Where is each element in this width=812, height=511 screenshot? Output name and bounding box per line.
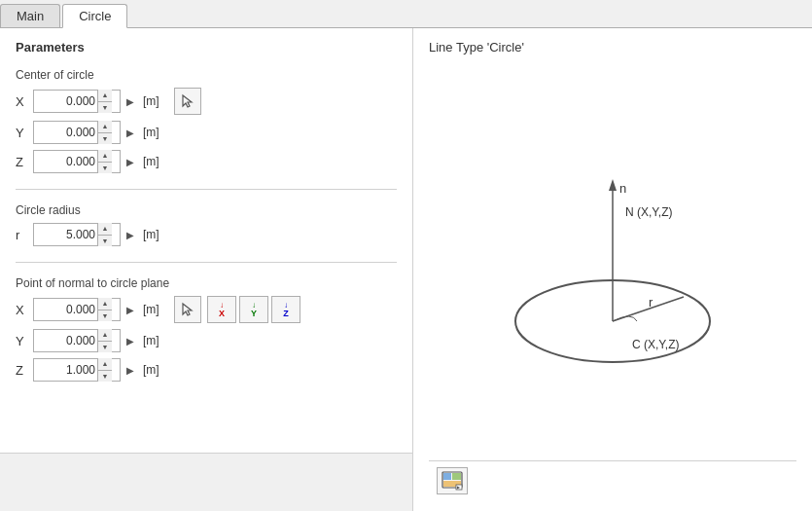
center-y-unit: [m] [143, 126, 168, 139]
center-x-unit: [m] [143, 94, 168, 108]
normal-x-down[interactable]: ▼ [98, 310, 112, 321]
normal-y-down[interactable]: ▼ [98, 341, 112, 352]
normal-x-input-wrap: ▲ ▼ [33, 298, 121, 321]
center-z-down[interactable]: ▼ [98, 162, 112, 173]
diagram-title: Line Type 'Circle' [429, 40, 796, 55]
svg-rect-9 [443, 473, 451, 480]
center-z-arrow[interactable]: ▶ [122, 150, 139, 173]
svg-text:r: r [649, 295, 653, 310]
center-pick-btn[interactable] [174, 88, 201, 115]
parameters-title: Parameters [16, 40, 397, 55]
center-x-input-wrap: ▲ ▼ [33, 90, 121, 113]
center-z-input-wrap: ▲ ▼ [33, 150, 121, 173]
main-content: Parameters Center of circle X ▲ ▼ ▶ [m] [0, 28, 812, 511]
divider-2 [16, 262, 397, 263]
radius-arrow[interactable]: ▶ [122, 223, 139, 246]
left-panel-bottom-bar [0, 453, 412, 511]
normal-y-label: Y [16, 334, 33, 348]
circle-diagram: n N (X,Y,Z) r C (X,Y,Z) [462, 107, 763, 419]
normal-z-unit: [m] [143, 363, 168, 377]
normal-x-arrow[interactable]: ▶ [122, 298, 139, 321]
center-x-input[interactable] [34, 94, 97, 108]
center-x-spin: ▲ ▼ [97, 90, 112, 113]
normal-y-unit: [m] [143, 334, 168, 347]
radius-label: Circle radius [16, 203, 397, 217]
normal-y-up[interactable]: ▲ [98, 329, 112, 341]
normal-axis-btns: ↓ X ↓ Y ↓ Z [207, 296, 300, 323]
normal-z-label: Z [16, 363, 33, 378]
radius-input[interactable] [34, 228, 97, 241]
center-y-up[interactable]: ▲ [98, 121, 112, 132]
divider-1 [16, 189, 397, 190]
center-y-input[interactable] [34, 126, 97, 139]
normal-x-input[interactable] [34, 303, 97, 316]
normal-down-y-btn[interactable]: ↓ Y [239, 296, 268, 323]
normal-y-arrow[interactable]: ▶ [122, 329, 139, 352]
normal-x-up[interactable]: ▲ [98, 298, 112, 310]
center-y-down[interactable]: ▼ [98, 132, 112, 144]
normal-z-arrow[interactable]: ▶ [122, 358, 139, 382]
normal-down-z-btn[interactable]: ↓ Z [271, 296, 300, 323]
center-z-spin: ▲ ▼ [97, 150, 112, 173]
center-y-spin: ▲ ▼ [97, 121, 112, 144]
center-label: Center of circle [16, 68, 397, 82]
svg-rect-10 [452, 473, 461, 480]
normal-z-spin: ▲ ▼ [97, 358, 112, 382]
center-y-row: Y ▲ ▼ ▶ [m] [16, 121, 397, 144]
right-panel: Line Type 'Circle' n N (X,Y,Z) r [413, 28, 812, 511]
radius-up[interactable]: ▲ [98, 223, 112, 235]
center-z-unit: [m] [143, 155, 168, 168]
normal-x-spin: ▲ ▼ [97, 298, 112, 321]
center-z-row: Z ▲ ▼ ▶ [m] [16, 150, 397, 173]
radius-down[interactable]: ▼ [98, 235, 112, 246]
diagram-area: n N (X,Y,Z) r C (X,Y,Z) [429, 64, 796, 460]
center-z-up[interactable]: ▲ [98, 150, 112, 162]
normal-z-input-wrap: ▲ ▼ [33, 358, 121, 382]
normal-x-label: X [16, 303, 33, 317]
radius-unit: [m] [143, 228, 168, 241]
radius-spin: ▲ ▼ [97, 223, 112, 246]
cursor-icon [180, 93, 195, 109]
svg-marker-2 [609, 179, 617, 191]
export-image-btn[interactable]: ▶ [437, 467, 468, 494]
radius-r-label: r [16, 228, 33, 242]
center-z-label: Z [16, 155, 33, 169]
bottom-icon-bar: ▶ [429, 460, 796, 499]
normal-down-x-btn[interactable]: ↓ X [207, 296, 236, 323]
center-x-row: X ▲ ▼ ▶ [m] [16, 88, 397, 115]
svg-text:N (X,Y,Z): N (X,Y,Z) [625, 205, 672, 219]
tab-circle[interactable]: Circle [62, 4, 127, 28]
center-x-down[interactable]: ▼ [98, 101, 112, 113]
center-y-arrow[interactable]: ▶ [122, 121, 139, 144]
normal-z-input[interactable] [34, 363, 97, 377]
normal-x-row: X ▲ ▼ ▶ [m] ↓ X [16, 296, 397, 323]
normal-z-up[interactable]: ▲ [98, 358, 112, 370]
image-export-icon: ▶ [441, 471, 463, 491]
normal-z-row: Z ▲ ▼ ▶ [m] [16, 358, 397, 382]
tab-main[interactable]: Main [0, 4, 60, 27]
center-y-input-wrap: ▲ ▼ [33, 121, 121, 144]
normal-pick-btn[interactable] [174, 296, 201, 323]
normal-y-spin: ▲ ▼ [97, 329, 112, 352]
svg-text:C (X,Y,Z): C (X,Y,Z) [632, 338, 679, 351]
normal-y-input[interactable] [34, 334, 97, 347]
center-y-label: Y [16, 126, 33, 140]
normal-y-input-wrap: ▲ ▼ [33, 329, 121, 352]
normal-z-down[interactable]: ▼ [98, 370, 112, 382]
normal-x-unit: [m] [143, 303, 168, 316]
center-x-label: X [16, 94, 33, 109]
radius-row: r ▲ ▼ ▶ [m] [16, 223, 397, 246]
tab-bar: Main Circle [0, 0, 812, 28]
left-panel: Parameters Center of circle X ▲ ▼ ▶ [m] [0, 28, 413, 511]
center-z-input[interactable] [34, 155, 97, 168]
center-x-up[interactable]: ▲ [98, 90, 112, 101]
normal-y-row: Y ▲ ▼ ▶ [m] [16, 329, 397, 352]
svg-text:n: n [619, 181, 626, 196]
radius-input-wrap: ▲ ▼ [33, 223, 121, 246]
center-x-arrow[interactable]: ▶ [122, 90, 139, 113]
normal-label: Point of normal to circle plane [16, 276, 397, 290]
cursor-icon-2 [180, 302, 195, 317]
